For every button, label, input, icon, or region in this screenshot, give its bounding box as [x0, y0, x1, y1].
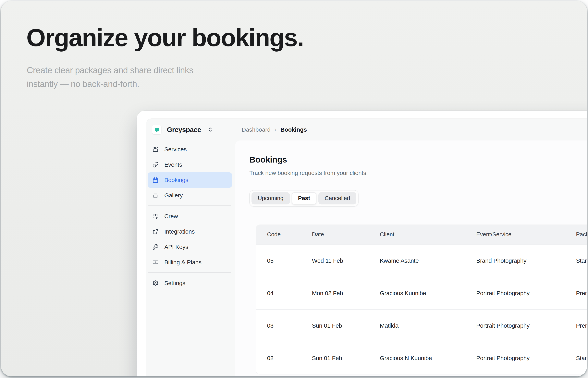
cell-package: Premium — [576, 290, 587, 297]
table-row[interactable]: 02 Sun 01 Feb Gracious N Kuunibe Portrai… — [256, 342, 587, 374]
cell-event-service: Portrait Photography — [476, 290, 576, 297]
cell-package: Standard — [576, 355, 587, 362]
sidebar-divider — [148, 272, 231, 273]
page-title: Bookings — [249, 155, 587, 165]
breadcrumb-dashboard[interactable]: Dashboard — [242, 126, 271, 133]
hero-title: Organize your bookings. — [26, 25, 303, 51]
breadcrumb: Dashboard › Bookings — [242, 126, 307, 133]
hero-subtitle-line2: instantly — no back-and-forth. — [27, 79, 139, 89]
cell-package: Premium — [576, 322, 587, 329]
cell-client: Matilda — [380, 322, 476, 329]
banknote-icon — [152, 259, 159, 265]
column-header-code: Code — [267, 231, 312, 238]
archive-icon — [152, 192, 159, 198]
sidebar-item-label: Bookings — [164, 177, 188, 183]
sidebar-divider — [148, 205, 231, 206]
key-icon — [152, 244, 159, 250]
top-bar: Greyspace Dashboard › Bookings — [146, 119, 587, 140]
cell-client: Gracious Kuunibe — [380, 290, 476, 297]
chevron-right-icon: › — [275, 126, 277, 133]
sidebar-item-label: Billing & Plans — [164, 259, 201, 266]
app-frame: Greyspace Dashboard › Bookings — [146, 119, 587, 377]
table-header-row: Code Date Client Event/Service Package — [256, 225, 587, 244]
app-window: Greyspace Dashboard › Bookings — [137, 111, 587, 377]
chevrons-up-down-icon[interactable] — [208, 127, 213, 132]
clapperboard-icon — [152, 146, 159, 152]
table-row[interactable]: 04 Mon 02 Feb Gracious Kuunibe Portrait … — [256, 277, 587, 309]
sidebar-item-services[interactable]: Services — [147, 142, 232, 157]
sidebar-item-settings[interactable]: Settings — [147, 275, 232, 291]
sidebar-item-label: Integrations — [164, 228, 195, 235]
sidebar-item-integrations[interactable]: Integrations — [147, 224, 232, 239]
sidebar-item-label: Crew — [164, 213, 178, 220]
sidebar-item-billing[interactable]: Billing & Plans — [147, 255, 232, 270]
cell-code: 04 — [267, 290, 312, 297]
cell-date: Wed 11 Feb — [312, 257, 380, 264]
bookings-table: Code Date Client Event/Service Package 0… — [256, 225, 587, 374]
sidebar-item-api-keys[interactable]: API Keys — [147, 239, 232, 255]
greyspace-logo — [152, 125, 161, 134]
cell-event-service: Brand Photography — [476, 257, 576, 264]
cell-client: Gracious N Kuunibe — [380, 355, 476, 362]
column-header-event-service: Event/Service — [476, 231, 576, 238]
page-subtitle: Track new booking requests from your cli… — [249, 170, 587, 176]
sidebar-item-label: Services — [164, 146, 187, 153]
column-header-package: Package — [576, 231, 587, 238]
sidebar-item-events[interactable]: Events — [147, 157, 232, 172]
cell-code: 05 — [267, 257, 312, 264]
sidebar-item-label: Events — [164, 161, 182, 168]
column-header-client: Client — [380, 231, 476, 238]
cell-date: Sun 01 Feb — [312, 355, 380, 362]
users-icon — [152, 213, 159, 219]
status-tabs: Upcoming Past Cancelled — [249, 190, 359, 207]
table-row[interactable]: 05 Wed 11 Feb Kwame Asante Brand Photogr… — [256, 244, 587, 277]
cell-date: Mon 02 Feb — [312, 290, 380, 297]
sidebar-item-label: Gallery — [164, 192, 183, 199]
sidebar-item-bookings[interactable]: Bookings — [147, 172, 232, 188]
cell-package: Standard — [576, 257, 587, 264]
table-row[interactable]: 03 Sun 01 Feb Matilda Portrait Photograp… — [256, 309, 587, 342]
cell-date: Sun 01 Feb — [312, 322, 380, 329]
blocks-icon — [152, 229, 159, 235]
cell-event-service: Portrait Photography — [476, 322, 576, 329]
page: Organize your bookings. Create clear pac… — [0, 0, 588, 378]
link-icon — [152, 162, 159, 168]
tab-past[interactable]: Past — [292, 192, 316, 204]
hero-subtitle: Create clear packages and share direct l… — [27, 63, 193, 91]
calendar-icon — [152, 177, 159, 183]
breadcrumb-bookings: Bookings — [281, 126, 307, 133]
gear-icon — [152, 280, 159, 286]
sidebar: Services Events — [146, 142, 235, 291]
tab-cancelled[interactable]: Cancelled — [318, 192, 356, 204]
hero-card: Organize your bookings. Create clear pac… — [1, 1, 587, 377]
cell-event-service: Portrait Photography — [476, 355, 576, 362]
content-panel: Bookings Track new booking requests from… — [235, 140, 587, 377]
sidebar-item-crew[interactable]: Crew — [147, 209, 232, 224]
cell-client: Kwame Asante — [380, 257, 476, 264]
logo-mark-icon — [154, 126, 160, 133]
hero-subtitle-line1: Create clear packages and share direct l… — [27, 65, 193, 75]
column-header-date: Date — [312, 231, 380, 238]
cell-code: 03 — [267, 322, 312, 329]
sidebar-item-gallery[interactable]: Gallery — [147, 188, 232, 203]
sidebar-item-label: Settings — [164, 280, 185, 286]
tab-upcoming[interactable]: Upcoming — [252, 192, 290, 204]
cell-code: 02 — [267, 355, 312, 362]
workspace-name: Greyspace — [167, 126, 201, 134]
sidebar-item-label: API Keys — [164, 243, 188, 250]
workspace-switcher[interactable]: Greyspace — [152, 125, 213, 134]
